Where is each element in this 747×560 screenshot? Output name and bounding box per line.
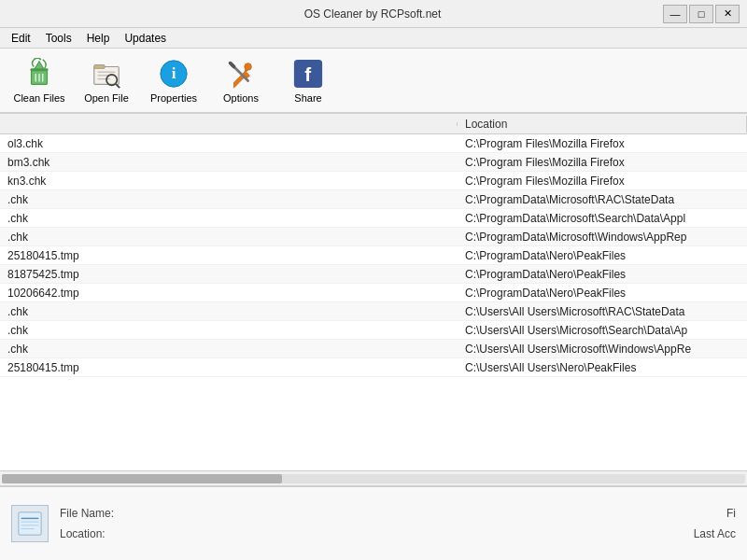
file-name-cell: 81875425.tmp (0, 267, 458, 282)
list-item[interactable]: .chkC:\ProgramData\Microsoft\Search\Data… (0, 209, 747, 228)
file-name-cell: .chk (0, 304, 458, 319)
file-location-cell: C:\ProgramData\Microsoft\Search\Data\App… (458, 211, 747, 226)
menu-tools[interactable]: Tools (38, 30, 79, 47)
menu-bar: Edit Tools Help Updates (0, 28, 747, 49)
list-item[interactable]: bm3.chkC:\Program Files\Mozilla Firefox (0, 153, 747, 172)
right-label-2: Last Acc (694, 527, 736, 540)
window-controls: — □ ✕ (663, 5, 740, 23)
file-preview-icon (11, 505, 49, 542)
properties-button[interactable]: i Properties (142, 52, 205, 108)
file-location-cell: C:\ProgramData\Nero\PeakFiles (458, 267, 747, 282)
svg-line-12 (116, 84, 120, 88)
close-button[interactable]: ✕ (715, 5, 740, 23)
file-name-cell: .chk (0, 323, 458, 338)
title-bar: OS Cleaner by RCPsoft.net — □ ✕ (0, 0, 747, 28)
list-item[interactable]: .chkC:\Users\All Users\Microsoft\Windows… (0, 340, 747, 358)
info-icon: i (157, 57, 190, 91)
clean-files-label: Clean Files (13, 92, 64, 104)
menu-help[interactable]: Help (79, 30, 118, 47)
file-location-cell: C:\Users\All Users\Nero\PeakFiles (458, 360, 747, 375)
svg-rect-7 (94, 65, 105, 69)
svg-text:f: f (304, 63, 311, 85)
file-name-cell: 25180415.tmp (0, 360, 458, 375)
list-item[interactable]: ol3.chkC:\Program Files\Mozilla Firefox (0, 134, 747, 153)
clean-files-button[interactable]: Clean Files (7, 52, 71, 108)
file-location-cell: C:\Users\All Users\Microsoft\Search\Data… (458, 323, 747, 338)
file-name-cell: .chk (0, 192, 458, 207)
scrollbar-thumb[interactable] (2, 474, 282, 483)
scrollbar-track (2, 474, 745, 483)
list-item[interactable]: 81875425.tmpC:\ProgramData\Nero\PeakFile… (0, 265, 747, 284)
file-list[interactable]: ol3.chkC:\Program Files\Mozilla Firefoxb… (0, 134, 747, 470)
details-right-panel: Fi Last Acc (624, 507, 736, 540)
maximize-button[interactable]: □ (689, 5, 713, 23)
share-button[interactable]: f Share (276, 52, 340, 108)
window-title: OS Cleaner by RCPsoft.net (82, 7, 663, 21)
svg-line-17 (231, 63, 234, 67)
svg-rect-20 (19, 512, 41, 535)
file-name-cell: 10206642.tmp (0, 286, 458, 301)
file-name-cell: 25180415.tmp (0, 248, 458, 263)
recycle-icon (22, 57, 56, 91)
list-item[interactable]: .chkC:\ProgramData\Microsoft\RAC\StateDa… (0, 190, 747, 209)
list-scroll-container[interactable]: ol3.chkC:\Program Files\Mozilla Firefoxb… (0, 134, 747, 485)
location-row: Location: (60, 527, 613, 540)
menu-updates[interactable]: Updates (117, 30, 174, 47)
file-name-cell: .chk (0, 342, 458, 357)
column-location: Location (458, 116, 747, 133)
options-label: Options (223, 92, 259, 104)
file-name-cell: bm3.chk (0, 155, 458, 170)
filename-row: File Name: (60, 507, 613, 520)
toolbar: Clean Files Open File i Pr (0, 49, 747, 114)
list-item[interactable]: 25180415.tmpC:\Users\All Users\Nero\Peak… (0, 358, 747, 377)
list-item[interactable]: .chkC:\Users\All Users\Microsoft\RAC\Sta… (0, 302, 747, 321)
right-label-1: Fi (726, 507, 736, 520)
wrench-icon (224, 57, 258, 91)
svg-point-15 (245, 63, 252, 71)
file-location-cell: C:\Users\All Users\Microsoft\Windows\App… (458, 342, 747, 357)
svg-text:i: i (172, 64, 176, 82)
file-name-cell: kn3.chk (0, 174, 458, 189)
file-location-cell: C:\Program Files\Mozilla Firefox (458, 136, 747, 151)
content-area: Location ol3.chkC:\Program Files\Mozilla… (0, 114, 747, 485)
open-file-icon (90, 57, 123, 91)
file-name-cell: .chk (0, 211, 458, 226)
file-details-info: File Name: Location: (60, 507, 613, 540)
details-panel: File Name: Location: Fi Last Acc (0, 485, 747, 560)
share-label: Share (294, 92, 321, 104)
file-location-cell: C:\Program Files\Mozilla Firefox (458, 155, 747, 170)
file-name-cell: ol3.chk (0, 136, 458, 151)
list-item[interactable]: .chkC:\Users\All Users\Microsoft\Search\… (0, 321, 747, 340)
svg-rect-2 (31, 68, 49, 71)
location-label: Location: (60, 527, 134, 540)
list-header: Location (0, 114, 747, 134)
minimize-button[interactable]: — (663, 5, 687, 23)
file-location-cell: C:\ProgramData\Nero\PeakFiles (458, 248, 747, 263)
file-location-cell: C:\ProgramData\Microsoft\RAC\StateData (458, 192, 747, 207)
list-item[interactable]: 10206642.tmpC:\ProgramData\Nero\PeakFile… (0, 284, 747, 302)
file-location-cell: C:\Users\All Users\Microsoft\RAC\StateDa… (458, 304, 747, 319)
list-item[interactable]: .chkC:\ProgramData\Microsoft\Windows\App… (0, 228, 747, 246)
file-location-cell: C:\ProgramData\Microsoft\Windows\AppRep (458, 230, 747, 245)
options-button[interactable]: Options (209, 52, 273, 108)
open-file-label: Open File (84, 92, 129, 104)
file-name-cell: .chk (0, 230, 458, 245)
menu-edit[interactable]: Edit (4, 30, 38, 47)
open-file-button[interactable]: Open File (75, 52, 138, 108)
list-item[interactable]: kn3.chkC:\Program Files\Mozilla Firefox (0, 172, 747, 190)
file-location-cell: C:\Program Files\Mozilla Firefox (458, 174, 747, 189)
facebook-icon: f (291, 57, 325, 91)
file-location-cell: C:\ProgramData\Nero\PeakFiles (458, 286, 747, 301)
list-item[interactable]: 25180415.tmpC:\ProgramData\Nero\PeakFile… (0, 246, 747, 265)
column-name (0, 122, 458, 126)
filename-label: File Name: (60, 507, 134, 520)
properties-label: Properties (150, 92, 197, 104)
horizontal-scrollbar[interactable] (0, 470, 747, 485)
